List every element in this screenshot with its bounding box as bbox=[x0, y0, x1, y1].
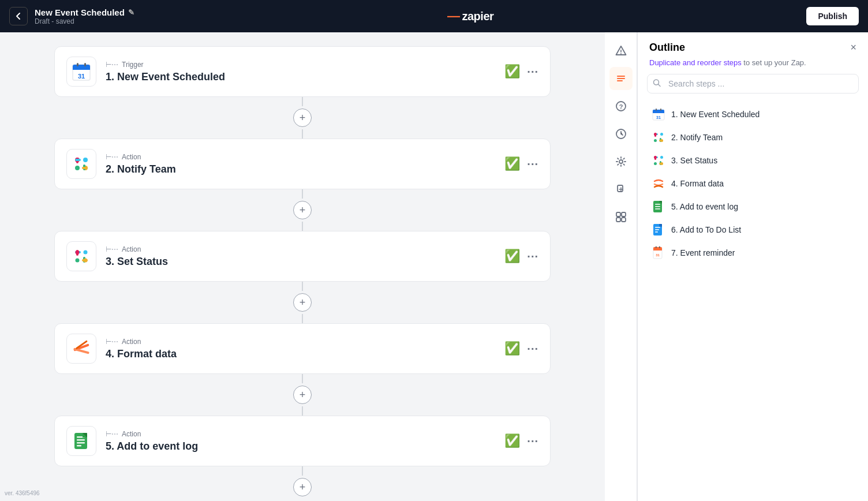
svg-rect-83 bbox=[656, 246, 657, 249]
outline-icon-gcal: 31 bbox=[652, 107, 665, 121]
add-step-3[interactable]: + bbox=[293, 293, 312, 312]
step-name-5: 5. Add to event log bbox=[106, 440, 495, 453]
header-left: New Event Scheduled ✎ Draft - saved bbox=[9, 7, 134, 25]
outline-step-label-1: 1. New Event Scheduled bbox=[671, 110, 760, 119]
step-card-1[interactable]: 31 ⊢⋯ Trigger 1. New Event Scheduled ✅ ·… bbox=[54, 46, 551, 97]
outline-title: Outline bbox=[649, 42, 685, 54]
history-sidebar-btn[interactable] bbox=[609, 122, 633, 145]
outline-icon-todo bbox=[652, 223, 665, 237]
svg-rect-52 bbox=[660, 109, 661, 111]
format-icon bbox=[71, 338, 92, 359]
svg-point-66 bbox=[660, 156, 663, 159]
outline-header: Outline × bbox=[638, 32, 868, 58]
step-name-3: 3. Set Status bbox=[106, 256, 495, 268]
outline-step-label-2: 2. Notify Team bbox=[671, 133, 723, 142]
add-step-2[interactable]: + bbox=[293, 201, 312, 219]
svg-rect-34 bbox=[617, 78, 625, 79]
outline-step-2[interactable]: 2. Notify Team bbox=[647, 126, 859, 149]
svg-point-21 bbox=[84, 259, 88, 263]
outline-step-5[interactable]: 5. Add to event log bbox=[647, 195, 859, 218]
history-icon bbox=[615, 128, 627, 140]
step-card-2[interactable]: ⊢⋯ Action 2. Notify Team ✅ ··· bbox=[54, 139, 551, 189]
step-more-1[interactable]: ··· bbox=[527, 65, 538, 78]
outline-close-button[interactable]: × bbox=[850, 42, 856, 54]
svg-text:31: 31 bbox=[78, 73, 85, 80]
svg-rect-71 bbox=[655, 206, 660, 207]
outline-subtitle: Duplicate and reorder steps to set up yo… bbox=[638, 58, 868, 74]
svg-point-20 bbox=[76, 259, 80, 263]
outline-step-3[interactable]: 3. Set Status bbox=[647, 149, 859, 172]
step-name-2: 2. Notify Team bbox=[106, 163, 495, 175]
step-info-3: ⊢⋯ Action 3. Set Status bbox=[106, 245, 495, 268]
svg-rect-2 bbox=[73, 68, 90, 70]
step-more-2[interactable]: ··· bbox=[527, 158, 538, 171]
version-label: ver. 436f5496 bbox=[5, 490, 40, 496]
step-icon-google-cal: 31 bbox=[66, 57, 96, 87]
search-icon bbox=[653, 79, 661, 89]
svg-rect-4 bbox=[77, 63, 78, 66]
connector-9 bbox=[302, 466, 303, 476]
help-sidebar-btn[interactable]: ? bbox=[609, 95, 633, 118]
edit-icon[interactable]: ✎ bbox=[128, 8, 134, 17]
connector-4 bbox=[302, 222, 303, 231]
warning-sidebar-btn[interactable] bbox=[609, 39, 633, 62]
settings-sidebar-btn[interactable] bbox=[609, 150, 633, 173]
sidebar-icons: ? bbox=[605, 32, 637, 501]
step-check-1: ✅ bbox=[504, 64, 520, 79]
step-more-4[interactable]: ··· bbox=[527, 342, 538, 356]
outline-step-4[interactable]: 4. Format data bbox=[647, 172, 859, 195]
step-more-5[interactable]: ··· bbox=[527, 435, 538, 448]
svg-rect-33 bbox=[617, 76, 625, 77]
svg-point-7 bbox=[83, 158, 88, 162]
duplicate-reorder-link[interactable]: Duplicate and reorder steps bbox=[649, 58, 742, 67]
outline-step-label-3: 3. Set Status bbox=[671, 156, 717, 165]
svg-rect-29 bbox=[77, 445, 81, 447]
list-sidebar-btn[interactable] bbox=[609, 67, 633, 90]
step-actions-3: ✅ ··· bbox=[504, 249, 538, 264]
step-info-1: ⊢⋯ Trigger 1. New Event Scheduled bbox=[106, 61, 495, 83]
step-check-3: ✅ bbox=[504, 249, 520, 264]
step-card-4[interactable]: ⊢⋯ Action 4. Format data ✅ ··· bbox=[54, 323, 551, 374]
help-icon: ? bbox=[615, 100, 627, 112]
svg-point-57 bbox=[654, 133, 657, 136]
slack-icon-3 bbox=[72, 246, 91, 266]
outline-step-6[interactable]: 6. Add to To Do List bbox=[647, 218, 859, 241]
zap-name-row: New Event Scheduled ✎ bbox=[35, 8, 134, 17]
step-info-4: ⊢⋯ Action 4. Format data bbox=[106, 338, 495, 360]
svg-rect-44 bbox=[622, 218, 626, 222]
svg-rect-84 bbox=[659, 246, 660, 249]
logo-dash: — bbox=[447, 10, 460, 23]
outline-step-label-7: 7. Event reminder bbox=[671, 248, 735, 257]
warning-icon bbox=[615, 45, 627, 57]
main-layout: 31 ⊢⋯ Trigger 1. New Event Scheduled ✅ ·… bbox=[0, 32, 868, 501]
step-type-4: ⊢⋯ Action bbox=[106, 338, 495, 346]
add-step-5[interactable]: + bbox=[293, 478, 312, 496]
outline-step-7[interactable]: 31 7. Event reminder bbox=[647, 241, 859, 264]
step-card-3[interactable]: ⊢⋯ Action 3. Set Status ✅ ··· bbox=[54, 231, 551, 282]
search-input[interactable] bbox=[647, 74, 859, 94]
step-icon-slack-3 bbox=[66, 241, 96, 271]
svg-point-39 bbox=[619, 160, 623, 163]
step-check-2: ✅ bbox=[504, 156, 520, 171]
step-more-3[interactable]: ··· bbox=[527, 250, 538, 263]
step-type-5: ⊢⋯ Action bbox=[106, 430, 495, 438]
outline-icon-slack-2 bbox=[652, 130, 665, 144]
add-step-4[interactable]: + bbox=[293, 386, 312, 404]
publish-button[interactable]: Publish bbox=[806, 7, 859, 25]
back-button[interactable] bbox=[9, 7, 28, 25]
integration-sidebar-btn[interactable] bbox=[609, 205, 633, 229]
connector-8 bbox=[302, 406, 303, 416]
add-step-1[interactable]: + bbox=[293, 109, 312, 127]
zap-sidebar-btn[interactable] bbox=[609, 178, 633, 201]
svg-point-58 bbox=[660, 133, 663, 136]
slack-icon-2 bbox=[72, 154, 91, 174]
step-name-1: 1. New Event Scheduled bbox=[106, 71, 495, 83]
svg-rect-28 bbox=[77, 442, 85, 444]
back-arrow-icon bbox=[14, 12, 23, 21]
step-icon-slack-2 bbox=[66, 149, 96, 179]
connector-1 bbox=[302, 97, 303, 106]
integration-icon bbox=[615, 211, 627, 223]
step-info-2: ⊢⋯ Action 2. Notify Team bbox=[106, 153, 495, 175]
step-card-5[interactable]: ⊢⋯ Action 5. Add to event log ✅ ··· bbox=[54, 416, 551, 466]
outline-step-1[interactable]: 31 1. New Event Scheduled bbox=[647, 103, 859, 126]
